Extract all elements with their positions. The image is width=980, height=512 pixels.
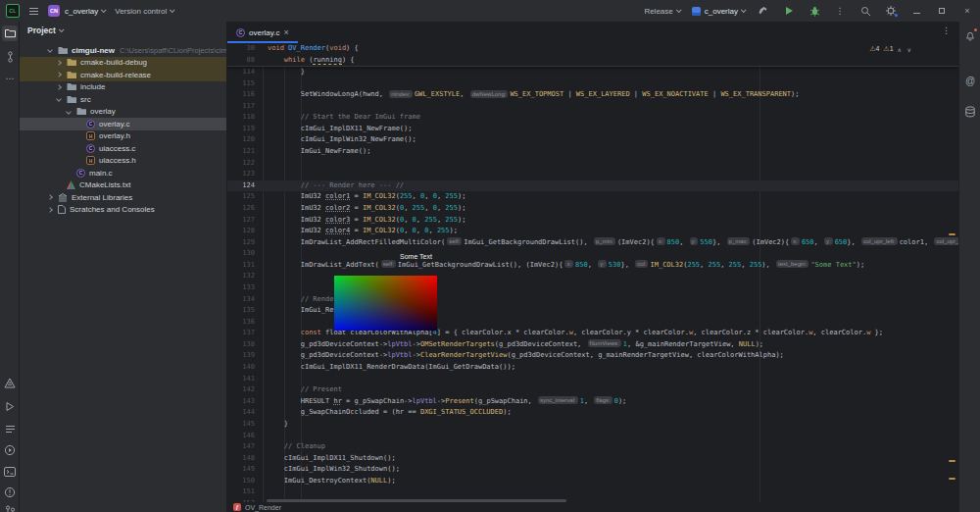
code-line-115[interactable]: 115 <box>227 78 958 90</box>
tree-row-cmakelists-txt[interactable]: CMakeLists.txt <box>20 179 227 192</box>
maximize-icon[interactable] <box>935 6 949 16</box>
tree-row-main-c[interactable]: Cmain.c <box>20 167 227 179</box>
minimize-icon[interactable] <box>909 6 923 16</box>
warning-stripe-mark[interactable] <box>949 460 956 462</box>
tree-row-include[interactable]: include <box>20 81 227 94</box>
inspections-widget[interactable]: ⚠4 ⚠1 ∧ ∨ <box>869 45 913 53</box>
chevron-collapsed-icon[interactable] <box>47 207 53 213</box>
code-line-146[interactable]: 146 <box>227 431 958 442</box>
code-line-121[interactable]: 121 ImGui_NewFrame(); <box>227 146 958 158</box>
build-type-selector[interactable]: Release <box>644 7 679 16</box>
project-panel-header[interactable]: Project <box>27 26 63 35</box>
terminal-tool-icon[interactable] <box>2 464 18 480</box>
code-line-119[interactable]: 119 cImGui_ImplDX11_NewFrame(); <box>227 124 958 135</box>
tree-row-cmake-build-debug[interactable]: cmake-build-debug <box>20 57 227 70</box>
database-icon[interactable] <box>962 104 978 120</box>
gear-icon[interactable] <box>884 4 898 18</box>
chevron-collapsed-icon[interactable] <box>56 84 62 90</box>
code-line-147[interactable]: 147 // Cleanup <box>227 441 958 453</box>
code-line-145[interactable]: 145 } <box>227 419 958 431</box>
chevron-expanded-icon[interactable] <box>47 47 53 53</box>
error-stripe[interactable] <box>947 43 958 502</box>
main-menu-icon[interactable] <box>29 8 38 15</box>
problems-tool-icon[interactable] <box>2 485 18 500</box>
project-widget[interactable]: CN c_overlay <box>48 5 105 17</box>
code-line-123[interactable]: 123 <box>227 169 958 180</box>
vcs-widget[interactable]: Version control <box>115 7 173 16</box>
code-line-127[interactable]: 127 ImU32 color3 = IM_COL32(0, 0, 255, 2… <box>227 215 958 227</box>
code-line-130[interactable]: 130 <box>227 248 958 260</box>
code-line-151[interactable]: 151 <box>227 486 958 498</box>
code-line-131[interactable]: 131 ImDrawList_AddText(self:ImGui_GetBac… <box>227 260 958 272</box>
tree-row-overlay-c[interactable]: Coverlay.c <box>20 118 227 130</box>
code-line-140[interactable]: 140 cImGui_ImplDX11_RenderDrawData(ImGui… <box>227 362 958 374</box>
code-line-148[interactable]: 148 cImGui_ImplDX11_Shutdown(); <box>227 453 958 465</box>
debug-icon[interactable] <box>808 4 821 18</box>
build-hammer-icon[interactable] <box>757 4 770 18</box>
chevron-expanded-icon[interactable] <box>66 109 72 115</box>
tree-row-overlay[interactable]: overlay <box>20 106 227 119</box>
tree-row-src[interactable]: src <box>20 93 227 106</box>
tab-close-icon[interactable]: × <box>283 27 288 37</box>
chevron-collapsed-icon[interactable] <box>47 194 53 200</box>
warning-stripe-mark[interactable] <box>949 478 956 480</box>
code-line-117[interactable]: 117 <box>227 101 958 113</box>
code-line-114[interactable]: 114 } <box>227 67 958 78</box>
code-line-138[interactable]: 138 g_pd3dDeviceContext->lpVtbl->OMSetRe… <box>227 339 958 351</box>
tree-row-scratches-and-consoles[interactable]: Scratches and Consoles <box>20 204 227 217</box>
run-tool-icon[interactable] <box>2 398 18 414</box>
tree-item-label: cmake-build-release <box>80 71 151 79</box>
code-line-30[interactable]: 30void OV_Render(void) { <box>227 43 958 55</box>
search-icon[interactable] <box>858 4 872 18</box>
code-line-116[interactable]: 116 SetWindowLongA(hwnd, nIndex:GWL_EXST… <box>227 89 958 101</box>
breadcrumb-function[interactable]: OV_Render <box>245 504 281 511</box>
chevron-collapsed-icon[interactable] <box>56 72 62 77</box>
code-line-149[interactable]: 149 cImGui_ImplWin32_Shutdown(); <box>227 464 958 476</box>
code-line-124[interactable]: 124 // --- Render here --- // <box>227 180 958 192</box>
code-line-118[interactable]: 118 // Start the Dear ImGui frame <box>227 112 958 124</box>
code-line-125[interactable]: 125 ImU32 color1 = IM_COL32(255, 0, 0, 2… <box>227 191 958 203</box>
more-tools-icon[interactable]: ⋯ <box>2 71 18 86</box>
close-icon[interactable]: × <box>960 6 974 16</box>
line-content: ImGui_DestroyContext(NULL); <box>268 476 396 487</box>
project-tool-icon[interactable] <box>2 26 18 41</box>
code-line-143[interactable]: 143 HRESULT hr = g_pSwapChain->lpVtbl->P… <box>227 396 958 408</box>
warning-stripe-mark[interactable] <box>949 233 956 235</box>
notifications-bell-icon[interactable] <box>962 27 978 43</box>
title-bar-left: CL CN c_overlay Version control <box>6 4 173 18</box>
code-line-126[interactable]: 126 ImU32 color2 = IM_COL32(0, 255, 0, 2… <box>227 203 958 215</box>
prev-next-warning-arrows[interactable]: ∧ ∨ <box>898 46 913 53</box>
tab-options-kebab-icon[interactable]: ⋮ <box>942 26 951 35</box>
tree-row-uiaccess-c[interactable]: Cuiaccess.c <box>20 142 227 155</box>
tree-row-external-libraries[interactable]: External Libraries <box>20 191 227 204</box>
code-line-122[interactable]: 122 <box>227 158 958 170</box>
chevron-expanded-icon[interactable] <box>56 96 62 102</box>
editor-area: C overlay.c × ⋮ 30void OV_Render(void) {… <box>227 22 958 512</box>
chevron-collapsed-icon[interactable] <box>56 60 62 66</box>
services-tool-icon[interactable] <box>2 442 18 458</box>
git-tool-icon[interactable] <box>2 503 18 512</box>
kebab-icon[interactable]: ⋮ <box>833 4 847 18</box>
run-icon[interactable] <box>782 4 796 18</box>
code-line-120[interactable]: 120 cImGui_ImplWin32_NewFrame(); <box>227 134 958 146</box>
tree-row-overlay-h[interactable]: Hoverlay.h <box>20 130 227 143</box>
build-tool-icon[interactable] <box>2 375 18 390</box>
commit-tool-icon[interactable] <box>2 49 18 65</box>
code-line-128[interactable]: 128 ImU32 color4 = IM_COL32(0, 0, 0, 255… <box>227 226 958 237</box>
run-config-selector[interactable]: c_overlay <box>692 7 745 16</box>
code-line-141[interactable]: 141 <box>227 374 958 385</box>
code-line-139[interactable]: 139 g_pd3dDeviceContext->lpVtbl->ClearRe… <box>227 350 958 362</box>
tree-row-cmake-build-release[interactable]: cmake-build-release <box>20 69 227 81</box>
code-line-129[interactable]: 129 ImDrawList_AddRectFilledMultiColor(s… <box>227 237 958 249</box>
code-line-142[interactable]: 142 // Present <box>227 384 958 396</box>
line-content: ImDrawList_AddText(self:ImGui_GetBackgro… <box>268 260 864 272</box>
line-content: } <box>268 419 288 431</box>
code-line-88[interactable]: 88 while (running) { <box>227 55 958 67</box>
ai-assistant-icon[interactable]: @ <box>962 73 978 88</box>
code-line-150[interactable]: 150 ImGui_DestroyContext(NULL); <box>227 476 958 487</box>
tab-overlay-c[interactable]: C overlay.c × <box>227 22 298 43</box>
tree-row-uiaccess-h[interactable]: Huiaccess.h <box>20 155 227 168</box>
todo-tool-icon[interactable] <box>2 421 18 436</box>
tree-row-cimgui-new[interactable]: cimgui-newC:\Users\spaff\CLionProjects\c… <box>20 44 227 57</box>
code-line-144[interactable]: 144 g_SwapChainOccluded = (hr == DXGI_ST… <box>227 407 958 419</box>
